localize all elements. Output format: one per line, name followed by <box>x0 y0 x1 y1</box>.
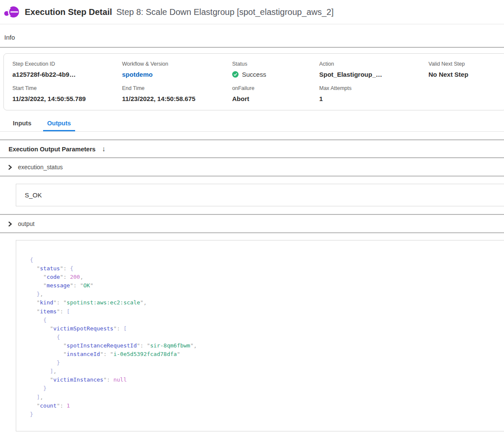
status-text: Success <box>242 71 266 78</box>
field-status: Status Success <box>232 61 319 78</box>
field-start-time: Start Time 11/23/2022, 14:50:55.789 <box>12 85 122 102</box>
code-line: "items": [ <box>30 307 498 316</box>
page-title: Execution Step Detail <box>25 7 112 17</box>
execution-output-parameters-header: Execution Output Parameters ↓ <box>0 140 504 158</box>
code-line: } <box>30 384 498 393</box>
code-line: "kind": "spotinst:aws:ec2:scale", <box>30 298 498 307</box>
field-label: Start Time <box>12 85 122 91</box>
param-row-execution-status[interactable]: execution_status <box>0 158 504 176</box>
output-json-code: { "status": { "code": 200, "message": "O… <box>30 256 498 419</box>
field-value: Abort <box>232 95 319 102</box>
field-value: 1 <box>319 95 428 102</box>
field-empty-cell <box>428 85 504 102</box>
field-max-attempts: Max Attempts 1 <box>319 85 428 102</box>
param-row-output[interactable]: output <box>0 215 504 233</box>
field-value: No Next Step <box>428 71 504 78</box>
code-line: "spotInstanceRequestId": "sir-8qm6fbwm", <box>30 341 498 350</box>
param-name: output <box>18 220 35 227</box>
info-section-header: Info <box>0 24 504 48</box>
code-line: } <box>30 410 498 419</box>
section-header-label: Execution Output Parameters <box>9 146 96 153</box>
field-label: End Time <box>122 85 232 91</box>
field-label: Workflow & Version <box>122 61 232 67</box>
code-line: { <box>30 256 498 264</box>
info-section-label: Info <box>4 34 15 41</box>
field-end-time: End Time 11/23/2022, 14:50:58.675 <box>122 85 232 102</box>
execution-status-value-box: S_OK <box>16 184 504 206</box>
tab-bar: Inputs Outputs <box>0 116 504 132</box>
field-workflow-version: Workflow & Version spotdemo <box>122 61 232 78</box>
success-check-icon <box>232 71 239 78</box>
code-line: "instanceId": "i-0e5d5392fcad78dfa" <box>30 350 498 359</box>
info-card: Step Execution ID a125728f-6b22-4b9… Wor… <box>3 53 504 110</box>
page-subtitle: Step 8: Scale Down Elastgroup [spot_elas… <box>117 7 334 17</box>
code-line: "victimSpotRequests": [ <box>30 324 498 333</box>
code-line: "count": 1 <box>30 402 498 410</box>
code-line: "code": 200, <box>30 273 498 281</box>
tab-outputs[interactable]: Outputs <box>43 116 76 131</box>
header-titles: Execution Step Detail Step 8: Scale Down… <box>25 7 334 17</box>
app-logo-icon <box>3 4 20 20</box>
field-value: 11/23/2022, 14:50:58.675 <box>122 95 232 102</box>
code-line: } <box>30 359 498 367</box>
field-label: Valid Next Step <box>428 61 504 67</box>
code-line: ], <box>30 367 498 376</box>
page-header: Execution Step Detail Step 8: Scale Down… <box>0 0 504 24</box>
field-value: a125728f-6b22-4b9… <box>12 71 122 78</box>
chevron-right-icon <box>7 165 13 170</box>
status-value: Success <box>232 71 319 78</box>
code-line: "victimInstances": null <box>30 376 498 384</box>
field-step-execution-id: Step Execution ID a125728f-6b22-4b9… <box>12 61 122 78</box>
collapse-arrow-icon[interactable]: ↓ <box>102 145 106 153</box>
field-label: Step Execution ID <box>12 61 122 67</box>
field-value: 11/23/2022, 14:50:55.789 <box>12 95 122 102</box>
code-line: ], <box>30 393 498 402</box>
field-label: onFailure <box>232 85 319 91</box>
code-line: "status": { <box>30 264 498 273</box>
code-line: }, <box>30 290 498 298</box>
code-line: "message": "OK" <box>30 281 498 290</box>
field-value: Spot_Elastigroup_… <box>319 71 428 78</box>
code-line: { <box>30 333 498 341</box>
field-label: Max Attempts <box>319 85 428 91</box>
execution-status-value: S_OK <box>25 191 42 199</box>
field-label: Status <box>232 61 319 67</box>
param-name: execution_status <box>18 164 63 171</box>
field-onfailure: onFailure Abort <box>232 85 319 102</box>
field-valid-next-step: Valid Next Step No Next Step <box>428 61 504 78</box>
tab-inputs[interactable]: Inputs <box>9 116 36 131</box>
output-json-viewer: { "status": { "code": 200, "message": "O… <box>16 240 504 431</box>
field-label: Action <box>319 61 428 67</box>
workflow-link[interactable]: spotdemo <box>122 71 232 78</box>
chevron-right-icon <box>7 221 13 227</box>
code-line: { <box>30 316 498 324</box>
field-action: Action Spot_Elastigroup_… <box>319 61 428 78</box>
